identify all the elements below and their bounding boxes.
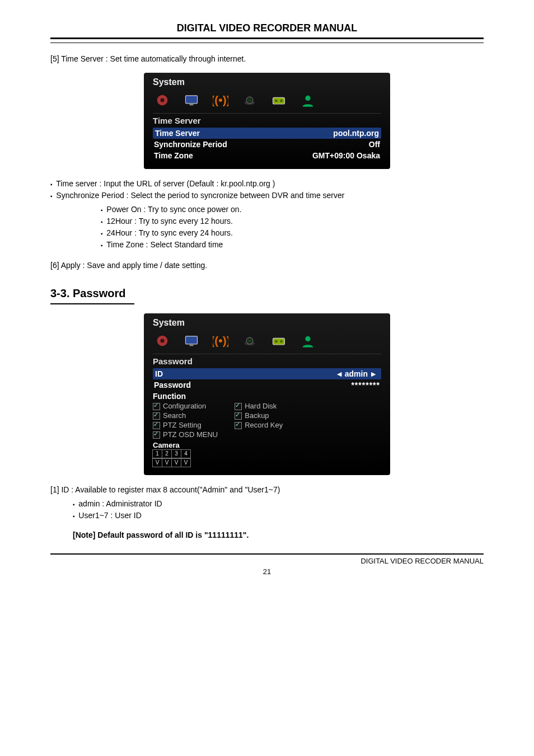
gear-icon[interactable] — [153, 92, 172, 109]
cam-val-2[interactable]: V — [162, 458, 172, 467]
cam-val-4[interactable]: V — [181, 458, 191, 467]
panel1-row-sync-label: Synchronize Period — [154, 140, 227, 149]
checkbox-icon[interactable] — [153, 412, 160, 420]
svg-point-7 — [249, 99, 251, 102]
panel1-system-label: System — [153, 77, 381, 87]
panel2-row-id-value: admin — [345, 369, 368, 378]
cam-head-3: 3 — [171, 449, 181, 458]
hdd-icon[interactable] — [269, 92, 288, 109]
dvr-panel-timeserver: System ((•)) Time Server Time Server poo… — [144, 73, 390, 169]
func-harddisk[interactable]: Hard Disk — [235, 402, 283, 410]
panel2-row-password[interactable]: Password ******** — [153, 379, 381, 391]
gear-icon[interactable] — [153, 332, 172, 349]
checkbox-icon[interactable] — [153, 431, 160, 439]
cam-head-2: 2 — [162, 449, 172, 458]
bullet-syncperiod: Synchronize Period : Select the period t… — [50, 190, 484, 201]
func-search[interactable]: Search — [153, 411, 218, 420]
bullet-sub-24hour: 24Hour : Try to sync every 24 hours. — [101, 227, 484, 239]
function-columns: Configuration Search PTZ Setting PTZ OSD… — [153, 402, 381, 439]
page-number: 21 — [50, 567, 484, 576]
svg-point-1 — [161, 98, 165, 102]
panel1-icon-row: ((•)) — [153, 90, 381, 114]
panel1-row-zone-value: GMT+09:00 Osaka — [312, 151, 380, 160]
svg-point-13 — [161, 339, 165, 343]
svg-point-19 — [249, 340, 251, 342]
note-default-password: [Note] Default password of all ID is "11… — [73, 529, 484, 541]
svg-point-11 — [305, 96, 310, 101]
panel1-row-zone-label: Time Zone — [154, 151, 193, 160]
func-ptz-osd-menu[interactable]: PTZ OSD MENU — [153, 430, 218, 439]
svg-rect-14 — [186, 336, 198, 344]
function-col-right: Hard Disk Backup Record Key — [235, 402, 283, 439]
bullets-main: Time server : Input the URL of server (D… — [50, 178, 484, 201]
checkbox-icon[interactable] — [153, 422, 160, 429]
bullets-sub: Power On : Try to sync once power on. 12… — [50, 204, 484, 251]
panel2-row-id-label: ID — [155, 369, 163, 378]
panel2-row-password-label: Password — [154, 381, 191, 389]
antenna-icon[interactable]: ((•)) — [211, 92, 230, 109]
section-3-3-heading: 3-3. Password — [50, 287, 484, 300]
panel1-row-zone[interactable]: Time Zone GMT+09:00 Osaka — [153, 150, 381, 161]
panel1-row-sync-value: Off — [369, 140, 380, 149]
svg-rect-3 — [190, 104, 194, 105]
monitor-icon[interactable] — [182, 92, 201, 109]
panel2-icon-row: ((•)) — [153, 330, 381, 354]
svg-rect-8 — [273, 97, 285, 104]
antenna-icon[interactable]: ((•)) — [211, 332, 230, 349]
user-icon[interactable] — [298, 92, 317, 109]
user-icon[interactable] — [298, 332, 317, 349]
id-intro: [1] ID : Available to register max 8 acc… — [50, 484, 484, 496]
footer-divider: DIGITAL VIDEO RECODER MANUAL — [50, 553, 484, 565]
divider-thick — [50, 37, 484, 39]
bullet-sub-12hour: 12Hour : Try to sync every 12 hours. — [101, 215, 484, 227]
divider-thin — [50, 43, 484, 43]
svg-rect-2 — [186, 96, 198, 104]
panel1-row-server[interactable]: Time Server pool.ntp.org — [153, 128, 381, 139]
svg-point-10 — [280, 100, 283, 102]
func-backup[interactable]: Backup — [235, 411, 283, 420]
paragraph-5-intro: [5] Time Server : Set time automatically… — [50, 53, 484, 65]
camera-label: Camera — [153, 441, 381, 449]
panel1-row-server-label: Time Server — [155, 129, 200, 138]
panel2-row-id[interactable]: ID ◀ admin ▶ — [153, 368, 381, 379]
paragraph-6-apply: [6] Apply : Save and apply time / date s… — [50, 260, 484, 271]
id-bullets: admin : Administrator ID User1~7 : User … — [50, 498, 484, 522]
panel1-subhead: Time Server — [153, 116, 381, 125]
function-label: Function — [153, 392, 381, 401]
bullet-admin: admin : Administrator ID — [73, 498, 484, 510]
bullet-user: User1~7 : User ID — [73, 510, 484, 522]
bullet-timeserver: Time server : Input the URL of server (D… — [50, 178, 484, 190]
panel2-system-label: System — [153, 318, 381, 328]
arrow-left-icon[interactable]: ◀ — [334, 370, 345, 378]
panel1-row-server-value: pool.ntp.org — [333, 129, 379, 138]
section-underline — [50, 303, 134, 304]
hdd-icon[interactable] — [269, 332, 288, 349]
bullet-sub-poweron: Power On : Try to sync once power on. — [101, 204, 484, 215]
svg-point-23 — [305, 336, 310, 341]
dvr-panel-password: System ((•)) Password ID ◀ admin ▶ Passw… — [144, 313, 390, 475]
checkbox-icon[interactable] — [235, 412, 242, 420]
bullet-sub-timezone: Time Zone : Select Standard time — [101, 239, 484, 251]
arrow-right-icon[interactable]: ▶ — [368, 370, 379, 378]
cam-val-1[interactable]: V — [152, 458, 162, 467]
page-title: DIGITAL VIDEO RECORDER MANUAL — [50, 22, 484, 34]
svg-text:((•)): ((•)) — [213, 334, 228, 347]
camera-icon[interactable] — [240, 92, 259, 109]
func-configuration[interactable]: Configuration — [153, 402, 218, 410]
panel2-subhead: Password — [153, 356, 381, 366]
checkbox-icon[interactable] — [235, 403, 242, 410]
svg-point-21 — [275, 340, 278, 343]
cam-val-3[interactable]: V — [171, 458, 181, 467]
monitor-icon[interactable] — [182, 332, 201, 349]
checkbox-icon[interactable] — [153, 403, 160, 410]
svg-rect-20 — [273, 338, 285, 345]
camera-grid[interactable]: 1 2 3 4 V V V V — [153, 449, 381, 467]
func-ptz-setting[interactable]: PTZ Setting — [153, 421, 218, 429]
svg-point-22 — [280, 340, 283, 343]
panel2-row-password-value: ******** — [351, 381, 380, 389]
checkbox-icon[interactable] — [235, 422, 242, 429]
panel1-row-sync[interactable]: Synchronize Period Off — [153, 139, 381, 150]
func-recordkey[interactable]: Record Key — [235, 421, 283, 429]
footer-text: DIGITAL VIDEO RECODER MANUAL — [50, 557, 484, 565]
camera-icon[interactable] — [240, 332, 259, 349]
